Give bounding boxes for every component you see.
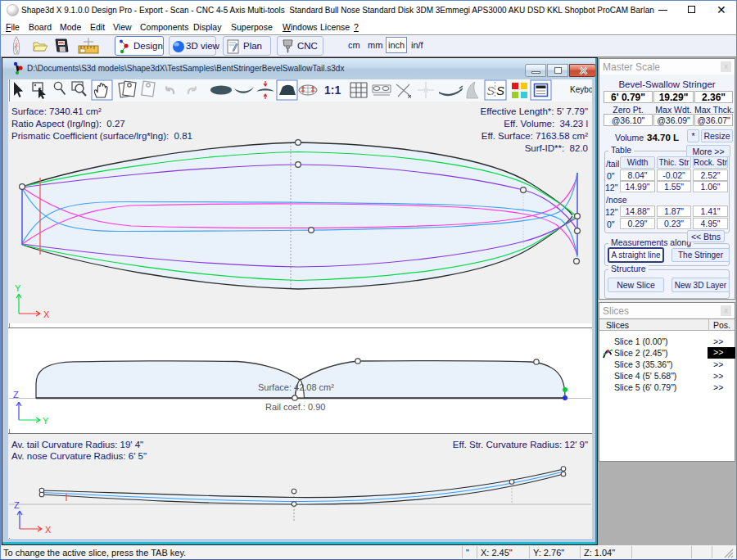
svg-text:Y: Y	[43, 416, 49, 426]
svg-text:Z: Z	[14, 500, 20, 510]
svg-text:Eff. Volume: 34.23 l: Eff. Volume: 34.23 l	[504, 119, 588, 129]
svg-text:X: X	[43, 309, 50, 319]
svg-text:X: X	[45, 525, 52, 535]
svg-text:1:1: 1:1	[324, 84, 341, 97]
svg-text:Surface: 42.08 cm²: Surface: 42.08 cm²	[258, 382, 334, 392]
svg-text:Z: Z	[13, 390, 19, 400]
svg-text:Av. tail Curvature Radius: 19': Av. tail Curvature Radius: 19' 4"	[11, 440, 143, 449]
svg-text:Keyboar: Keyboar	[570, 85, 592, 94]
svg-text:S: S	[486, 84, 495, 97]
svg-text:S: S	[496, 84, 504, 97]
svg-text:Effective Length*: 5' 7.79": Effective Length*: 5' 7.79"	[481, 106, 588, 116]
svg-text:Y: Y	[15, 283, 21, 293]
svg-text:Eff. Str. Curvature Radius: 12: Eff. Str. Curvature Radius: 12' 9"	[453, 440, 588, 449]
svg-text:Surface: 7340.41 cm²: Surface: 7340.41 cm²	[11, 106, 102, 116]
svg-text:Surf-ID**: 82.0: Surf-ID**: 82.0	[525, 143, 588, 153]
svg-text:Ratio Aspect (lrg/lng): 0.27: Ratio Aspect (lrg/lng): 0.27	[11, 119, 125, 129]
svg-text:Av. nose Curvature Radius: 6': Av. nose Curvature Radius: 6' 5"	[11, 451, 147, 461]
svg-text:Rail coef.: 0.90: Rail coef.: 0.90	[265, 402, 325, 412]
svg-text:Prismatic Coefficient (surface: Prismatic Coefficient (surface/lrg*lng):…	[11, 131, 192, 141]
svg-text:Eff. Surface: 7163.58 cm²: Eff. Surface: 7163.58 cm²	[482, 131, 588, 141]
